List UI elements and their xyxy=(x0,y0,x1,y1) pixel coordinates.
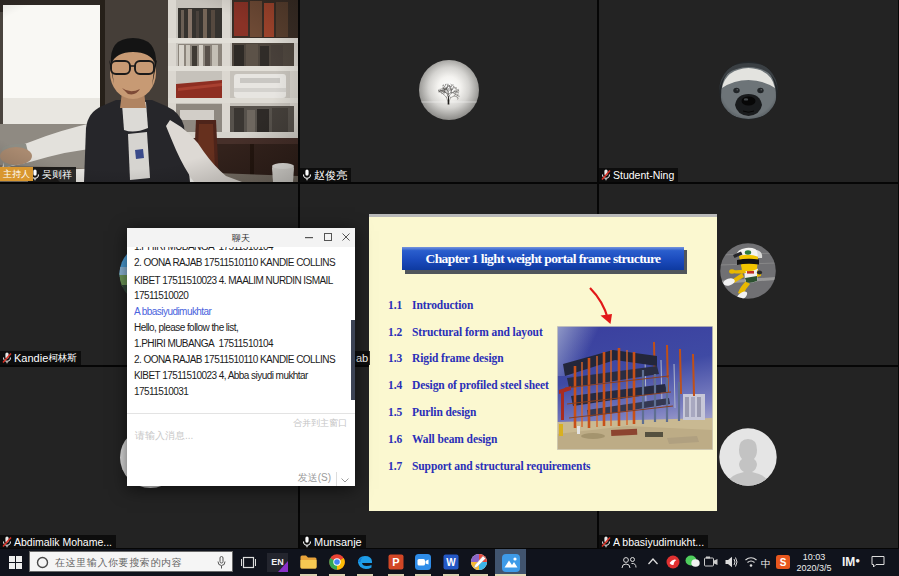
svg-text:W: W xyxy=(446,557,456,568)
svg-text:S: S xyxy=(780,557,787,568)
svg-text:P: P xyxy=(392,556,399,568)
